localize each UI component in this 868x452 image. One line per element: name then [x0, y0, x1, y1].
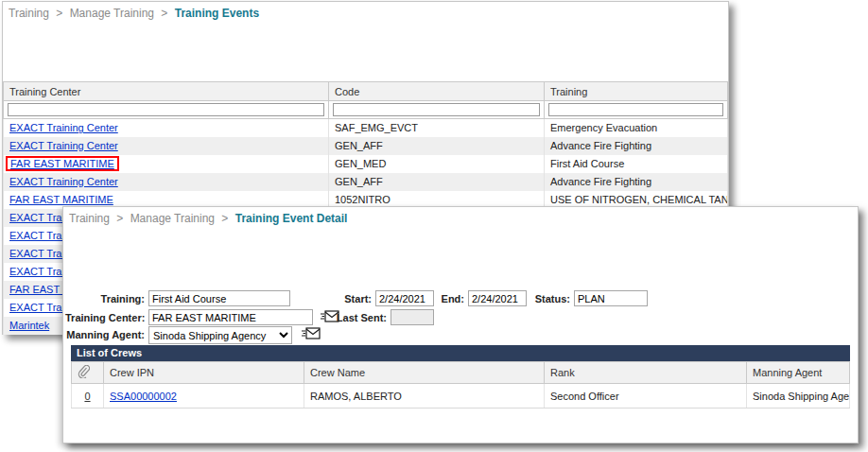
filter-input-code[interactable]	[333, 103, 540, 116]
training-field[interactable]	[148, 290, 290, 306]
breadcrumb: Training > Manage Training > Training Ev…	[9, 7, 259, 20]
training-cell: First Aid Course	[545, 155, 728, 173]
crew-ipn-link[interactable]: SSA00000002	[110, 391, 177, 402]
training-label: Training:	[65, 293, 145, 304]
training-event-detail-window: Training > Manage Training > Training Ev…	[62, 206, 859, 443]
end-label: End:	[415, 293, 464, 304]
breadcrumb-separator: >	[221, 212, 228, 225]
manning-agent-select[interactable]: Sinoda Shipping Agency	[148, 326, 292, 344]
manning-agent-label: Manning Agent:	[65, 329, 145, 340]
filter-cell	[329, 101, 545, 119]
training-cell: Emergency Evacuation	[545, 119, 728, 137]
training-center-link[interactable]: EXACT Training Center	[9, 122, 118, 133]
training-center-link[interactable]: EXACT Training Center	[9, 140, 118, 151]
training-center-label: Training Center:	[65, 312, 145, 323]
breadcrumb-link-training[interactable]: Training	[69, 212, 110, 225]
code-cell: GEN_AFF	[329, 137, 545, 155]
code-cell: GEN_AFF	[329, 173, 545, 191]
column-header-training-center[interactable]: Training Center	[4, 82, 329, 101]
column-header-manning-agent[interactable]: Manning Agent	[747, 362, 850, 384]
training-cell: Advance Fire Fighting	[545, 173, 728, 191]
highlight-annotation: FAR EAST MARITIME	[6, 156, 119, 171]
crew-agent-cell: Sinoda Shipping Agency	[747, 384, 850, 409]
filter-cell	[545, 101, 728, 119]
column-header-crew-name[interactable]: Crew Name	[304, 362, 545, 384]
table-row: EXACT Training Center GEN_AFF Advance Fi…	[4, 173, 728, 191]
table-row: EXACT Training Center SAF_EMG_EVCT Emerg…	[4, 119, 728, 137]
column-header-crew-ipn[interactable]: Crew IPN	[104, 362, 304, 384]
attachments-column-header	[72, 362, 104, 384]
training-center-link[interactable]: FAR EAST MARITIME	[9, 194, 113, 205]
crew-name-cell: RAMOS, ALBERTO	[304, 384, 545, 409]
breadcrumb: Training > Manage Training > Training Ev…	[69, 212, 347, 225]
code-cell: GEN_MED	[329, 155, 545, 173]
breadcrumb-current: Training Events	[175, 7, 259, 20]
filter-input-training-center[interactable]	[8, 103, 324, 116]
status-label: Status:	[512, 293, 570, 304]
attachments-count-link[interactable]: 0	[84, 391, 90, 402]
paperclip-icon	[78, 369, 90, 380]
column-header-training[interactable]: Training	[545, 82, 728, 101]
code-cell: SAF_EMG_EVCT	[329, 119, 545, 137]
training-center-link[interactable]: Marintek	[9, 320, 49, 331]
send-mail-icon	[301, 329, 321, 343]
table-header-row: Training Center Code Training	[4, 82, 728, 101]
status-field[interactable]	[574, 290, 648, 306]
start-label: Start:	[317, 293, 372, 304]
training-center-link[interactable]: FAR EAST MARITIME	[10, 158, 114, 169]
breadcrumb-link-manage-training[interactable]: Manage Training	[70, 7, 154, 20]
breadcrumb-separator: >	[161, 7, 167, 20]
table-row: EXACT Training Center GEN_AFF Advance Fi…	[4, 137, 728, 155]
crew-rank-cell: Second Officer	[545, 384, 747, 409]
list-of-crews-header: List of Crews	[71, 345, 850, 361]
send-mail-manning-agent-button[interactable]	[300, 326, 322, 342]
column-header-rank[interactable]: Rank	[545, 362, 747, 384]
last-sent-label: Last Sent:	[330, 312, 387, 323]
table-filter-row	[4, 101, 728, 119]
filter-cell	[4, 101, 329, 119]
breadcrumb-separator: >	[116, 212, 123, 225]
breadcrumb-link-training[interactable]: Training	[9, 7, 49, 20]
breadcrumb-current: Training Event Detail	[235, 212, 348, 225]
column-header-code[interactable]: Code	[329, 82, 545, 101]
breadcrumb-separator: >	[56, 7, 62, 20]
table-row: FAR EAST MARITIME GEN_MED First Aid Cour…	[4, 155, 728, 173]
last-sent-field	[391, 309, 434, 325]
filter-input-training[interactable]	[548, 103, 723, 116]
crews-header-row: Crew IPN Crew Name Rank Manning Agent	[72, 362, 850, 384]
training-center-link[interactable]: EXACT Training Center	[9, 176, 118, 187]
breadcrumb-link-manage-training[interactable]: Manage Training	[130, 212, 215, 225]
crews-table: Crew IPN Crew Name Rank Manning Agent 0 …	[71, 361, 850, 409]
crew-row: 0 SSA00000002 RAMOS, ALBERTO Second Offi…	[72, 384, 850, 409]
training-center-field[interactable]	[148, 309, 313, 325]
training-cell: Advance Fire Fighting	[545, 137, 728, 155]
